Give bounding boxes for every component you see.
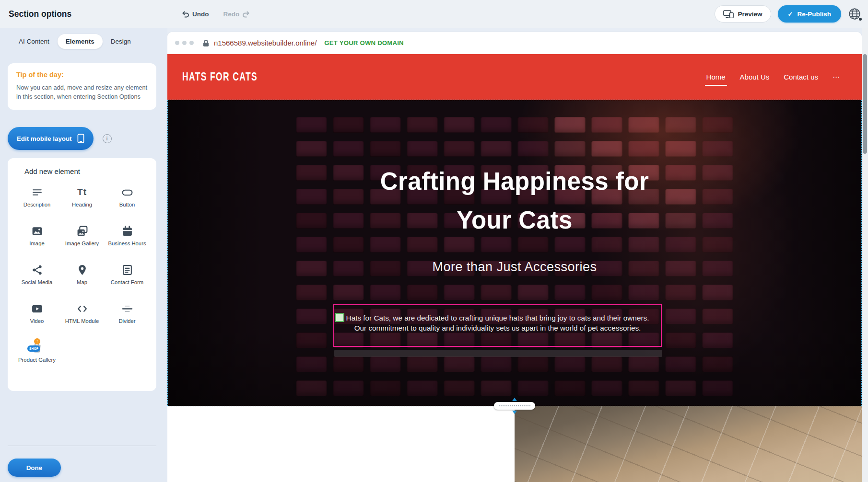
element-label: Product Gallery xyxy=(18,357,56,363)
element-image[interactable]: Image xyxy=(14,220,59,259)
hero-heading-line1: Crafting Happiness for xyxy=(168,162,861,201)
undo-label: Undo xyxy=(192,11,209,18)
hero-subheading[interactable]: More than Just Accessories xyxy=(168,258,861,275)
nav-item-contact[interactable]: Contact us xyxy=(784,73,818,81)
video-icon xyxy=(31,303,43,315)
drag-pill xyxy=(494,402,535,410)
element-video[interactable]: Video xyxy=(14,298,59,336)
site-logo[interactable]: HATS FOR CATS xyxy=(182,70,258,83)
element-label: Contact Form xyxy=(111,279,143,286)
nav-item-home[interactable]: Home xyxy=(706,73,726,81)
section-options-panel: AI Content Elements Design Tip of the da… xyxy=(0,28,167,482)
element-grid: Description Tt Heading Button Image Imag… xyxy=(8,179,156,375)
tip-title: Tip of the day: xyxy=(16,71,148,79)
site-preview-window: n1566589.websitebuilder.online/ GET YOUR… xyxy=(167,32,862,482)
next-section[interactable] xyxy=(167,406,862,482)
section-resize-handle[interactable] xyxy=(494,398,535,414)
tip-of-the-day-card: Tip of the day: Now you can add, move an… xyxy=(8,63,156,110)
element-description[interactable]: Description xyxy=(14,181,59,220)
add-element-title: Add new element xyxy=(24,167,156,175)
edit-mobile-layout-button[interactable]: Edit mobile layout xyxy=(8,127,94,150)
devices-icon xyxy=(723,10,734,18)
heading-icon: Tt xyxy=(77,187,87,197)
done-button[interactable]: Done xyxy=(8,459,61,477)
element-contact-form[interactable]: Contact Form xyxy=(105,259,150,298)
get-domain-link[interactable]: GET YOUR OWN DOMAIN xyxy=(324,39,403,46)
image-icon xyxy=(31,225,43,237)
upgrade-badge-icon xyxy=(34,338,40,344)
element-divider[interactable]: Divider xyxy=(105,298,150,336)
scrollbar-thumb[interactable] xyxy=(863,54,867,154)
preview-label: Preview xyxy=(738,11,762,18)
hero-section-selected[interactable]: Crafting Happiness for Your Cats More th… xyxy=(167,100,862,406)
shop-badge: SHOP xyxy=(27,345,40,352)
tab-elements[interactable]: Elements xyxy=(58,34,103,49)
element-label: Social Media xyxy=(22,279,53,286)
panel-tabs: AI Content Elements Design xyxy=(11,34,139,49)
element-label: Heading xyxy=(72,202,92,208)
element-image-gallery[interactable]: Image Gallery xyxy=(59,220,105,259)
nav-item-more[interactable]: ⋯ xyxy=(833,73,840,81)
element-html-module[interactable]: HTML Module xyxy=(59,298,105,336)
sidebar-divider xyxy=(8,446,156,446)
site-header[interactable]: HATS FOR CATS Home About Us Contact us ⋯ xyxy=(167,54,862,100)
arrow-up-icon xyxy=(512,398,517,401)
element-label: Video xyxy=(30,318,44,324)
product-gallery-icon: SHOP xyxy=(31,341,43,354)
nav-item-about[interactable]: About Us xyxy=(740,73,770,81)
info-icon[interactable]: i xyxy=(103,134,112,143)
browser-url-bar[interactable]: n1566589.websitebuilder.online/ GET YOUR… xyxy=(167,32,862,54)
element-map[interactable]: Map xyxy=(59,259,105,298)
element-business-hours[interactable]: Business Hours xyxy=(105,220,150,259)
redo-icon xyxy=(243,11,250,18)
tab-design[interactable]: Design xyxy=(103,34,139,49)
element-label: Image Gallery xyxy=(65,241,99,247)
element-label: Business Hours xyxy=(108,241,146,247)
page-title: Section options xyxy=(9,0,71,28)
next-section-pavement-photo[interactable] xyxy=(515,406,862,482)
element-product-gallery[interactable]: SHOP Product Gallery xyxy=(14,336,59,375)
divider-icon xyxy=(121,303,133,315)
element-social-media[interactable]: Social Media xyxy=(14,259,59,298)
top-toolbar: Section options Undo Redo Preview ✓ Re-P… xyxy=(0,0,868,28)
social-media-icon xyxy=(31,264,43,276)
element-label: Map xyxy=(77,279,87,286)
tab-ai-content[interactable]: AI Content xyxy=(11,34,58,49)
element-heading[interactable]: Tt Heading xyxy=(59,181,105,220)
dotted-line xyxy=(499,405,530,406)
globe-badge xyxy=(859,18,862,21)
element-label: Image xyxy=(29,241,44,247)
business-hours-icon xyxy=(121,225,133,237)
hero-heading[interactable]: Crafting Happiness for Your Cats xyxy=(168,162,861,240)
republish-label: Re-Publish xyxy=(797,11,831,18)
window-dot xyxy=(189,41,194,45)
scrollbar-track[interactable] xyxy=(862,28,868,482)
window-dot xyxy=(175,41,179,45)
phone-icon xyxy=(77,133,84,144)
hero-heading-line2: Your Cats xyxy=(168,201,861,240)
element-label: Button xyxy=(119,202,135,208)
tip-body: Now you can add, move and resize any ele… xyxy=(16,83,148,101)
site-url: n1566589.websitebuilder.online/ xyxy=(214,39,317,47)
redo-button[interactable]: Redo xyxy=(223,11,251,18)
language-globe-button[interactable] xyxy=(848,7,861,21)
site-nav: Home About Us Contact us ⋯ xyxy=(706,54,840,100)
element-label: HTML Module xyxy=(65,318,99,324)
add-element-card: Add new element Description Tt Heading B… xyxy=(8,158,156,391)
next-section-white-area[interactable] xyxy=(167,406,515,482)
preview-button[interactable]: Preview xyxy=(715,5,771,23)
selected-text-element[interactable]: Hats for Cats, we are dedicated to craft… xyxy=(333,304,662,347)
element-label: Description xyxy=(23,202,51,208)
edit-mobile-label: Edit mobile layout xyxy=(17,135,72,142)
resize-handle-left[interactable] xyxy=(335,313,344,322)
republish-button[interactable]: ✓ Re-Publish xyxy=(778,5,841,23)
undo-button[interactable]: Undo xyxy=(181,11,209,18)
redo-label: Redo xyxy=(223,11,240,18)
description-icon xyxy=(31,186,43,198)
element-ghost-bar xyxy=(334,350,662,357)
arrow-down-icon xyxy=(512,411,517,414)
undo-icon xyxy=(181,11,189,18)
contact-form-icon xyxy=(121,264,133,276)
element-button[interactable]: Button xyxy=(105,181,150,220)
hero-paragraph: Hats for Cats, we are dedicated to craft… xyxy=(339,313,656,333)
